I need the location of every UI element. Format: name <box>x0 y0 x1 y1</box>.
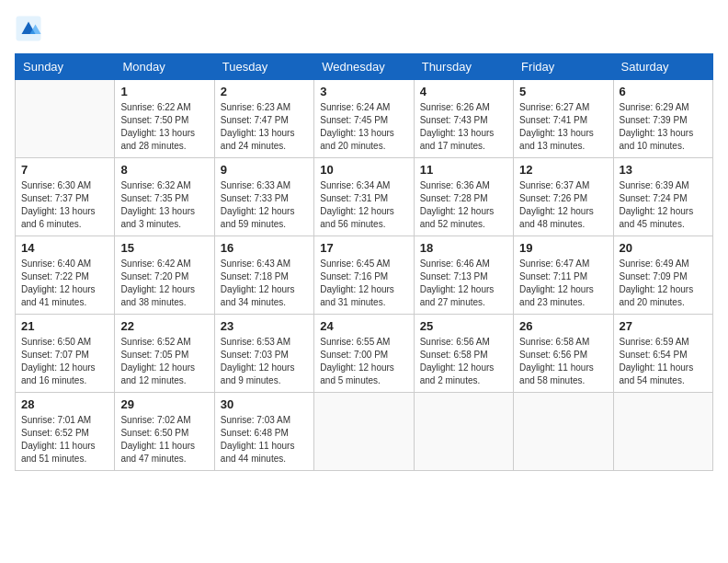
calendar-day-cell: 4Sunrise: 6:26 AM Sunset: 7:43 PM Daylig… <box>414 80 513 158</box>
calendar-day-cell: 2Sunrise: 6:23 AM Sunset: 7:47 PM Daylig… <box>214 80 313 158</box>
day-number: 8 <box>120 163 208 177</box>
day-number: 26 <box>519 319 607 333</box>
day-number: 21 <box>21 319 108 333</box>
day-number: 16 <box>221 241 308 255</box>
day-number: 14 <box>21 241 108 255</box>
day-info: Sunrise: 6:45 AM Sunset: 7:16 PM Dayligh… <box>320 258 407 309</box>
day-number: 19 <box>519 241 607 255</box>
day-of-week-header: Tuesday <box>214 54 313 80</box>
calendar-day-cell: 22Sunrise: 6:52 AM Sunset: 7:05 PM Dayli… <box>115 315 214 393</box>
day-info: Sunrise: 6:50 AM Sunset: 7:07 PM Dayligh… <box>21 336 108 387</box>
day-info: Sunrise: 6:49 AM Sunset: 7:09 PM Dayligh… <box>620 258 707 309</box>
day-number: 30 <box>221 397 308 411</box>
calendar-day-cell: 6Sunrise: 6:29 AM Sunset: 7:39 PM Daylig… <box>613 80 712 158</box>
page-header <box>15 15 713 42</box>
day-info: Sunrise: 6:39 AM Sunset: 7:24 PM Dayligh… <box>620 179 707 231</box>
calendar-week-row: 21Sunrise: 6:50 AM Sunset: 7:07 PM Dayli… <box>16 315 713 393</box>
day-info: Sunrise: 6:46 AM Sunset: 7:13 PM Dayligh… <box>420 258 507 309</box>
day-number: 4 <box>420 85 507 98</box>
day-info: Sunrise: 6:34 AM Sunset: 7:31 PM Dayligh… <box>320 179 407 231</box>
day-number: 23 <box>221 319 308 333</box>
day-number: 10 <box>320 163 407 177</box>
day-info: Sunrise: 6:26 AM Sunset: 7:43 PM Dayligh… <box>420 101 507 153</box>
calendar-day-cell: 11Sunrise: 6:36 AM Sunset: 7:28 PM Dayli… <box>414 158 513 236</box>
day-info: Sunrise: 6:32 AM Sunset: 7:35 PM Dayligh… <box>120 179 208 231</box>
calendar-week-row: 14Sunrise: 6:40 AM Sunset: 7:22 PM Dayli… <box>16 236 713 315</box>
calendar-day-cell: 16Sunrise: 6:43 AM Sunset: 7:18 PM Dayli… <box>214 236 313 315</box>
day-info: Sunrise: 6:47 AM Sunset: 7:11 PM Dayligh… <box>519 258 607 309</box>
day-number: 7 <box>21 163 108 177</box>
day-number: 18 <box>420 241 507 255</box>
calendar-day-cell: 17Sunrise: 6:45 AM Sunset: 7:16 PM Dayli… <box>314 236 414 315</box>
day-info: Sunrise: 6:22 AM Sunset: 7:50 PM Dayligh… <box>120 101 208 153</box>
calendar-day-cell: 19Sunrise: 6:47 AM Sunset: 7:11 PM Dayli… <box>514 236 613 315</box>
day-info: Sunrise: 6:43 AM Sunset: 7:18 PM Dayligh… <box>221 258 308 309</box>
day-info: Sunrise: 6:33 AM Sunset: 7:33 PM Dayligh… <box>221 179 308 231</box>
calendar-day-cell: 8Sunrise: 6:32 AM Sunset: 7:35 PM Daylig… <box>115 158 214 236</box>
day-info: Sunrise: 6:30 AM Sunset: 7:37 PM Dayligh… <box>21 179 108 231</box>
day-info: Sunrise: 6:55 AM Sunset: 7:00 PM Dayligh… <box>320 336 407 387</box>
day-of-week-header: Friday <box>514 54 613 80</box>
calendar-day-cell: 15Sunrise: 6:42 AM Sunset: 7:20 PM Dayli… <box>115 236 214 315</box>
calendar-day-cell: 21Sunrise: 6:50 AM Sunset: 7:07 PM Dayli… <box>16 315 115 393</box>
calendar-day-cell: 23Sunrise: 6:53 AM Sunset: 7:03 PM Dayli… <box>214 315 313 393</box>
calendar-day-cell <box>16 80 115 158</box>
day-number: 15 <box>120 241 208 255</box>
calendar-week-row: 1Sunrise: 6:22 AM Sunset: 7:50 PM Daylig… <box>16 80 713 158</box>
calendar-day-cell <box>314 393 414 471</box>
calendar-day-cell: 3Sunrise: 6:24 AM Sunset: 7:45 PM Daylig… <box>314 80 414 158</box>
day-info: Sunrise: 6:53 AM Sunset: 7:03 PM Dayligh… <box>221 336 308 387</box>
calendar-day-cell: 10Sunrise: 6:34 AM Sunset: 7:31 PM Dayli… <box>314 158 414 236</box>
day-info: Sunrise: 7:03 AM Sunset: 6:48 PM Dayligh… <box>221 414 308 465</box>
day-number: 17 <box>320 241 407 255</box>
day-of-week-header: Saturday <box>613 54 712 80</box>
day-number: 24 <box>320 319 407 333</box>
day-of-week-header: Wednesday <box>314 54 414 80</box>
day-number: 27 <box>620 319 707 333</box>
calendar-day-cell: 27Sunrise: 6:59 AM Sunset: 6:54 PM Dayli… <box>613 315 712 393</box>
calendar-day-cell: 28Sunrise: 7:01 AM Sunset: 6:52 PM Dayli… <box>16 393 115 471</box>
calendar-day-cell: 9Sunrise: 6:33 AM Sunset: 7:33 PM Daylig… <box>214 158 313 236</box>
day-number: 25 <box>420 319 507 333</box>
day-number: 13 <box>620 163 707 177</box>
day-info: Sunrise: 6:52 AM Sunset: 7:05 PM Dayligh… <box>120 336 208 387</box>
day-info: Sunrise: 7:01 AM Sunset: 6:52 PM Dayligh… <box>21 414 108 465</box>
calendar-header-row: SundayMondayTuesdayWednesdayThursdayFrid… <box>16 54 713 80</box>
calendar-day-cell: 20Sunrise: 6:49 AM Sunset: 7:09 PM Dayli… <box>613 236 712 315</box>
day-number: 22 <box>120 319 208 333</box>
calendar-day-cell <box>414 393 513 471</box>
day-info: Sunrise: 6:24 AM Sunset: 7:45 PM Dayligh… <box>320 101 407 153</box>
day-number: 2 <box>221 85 308 98</box>
day-number: 5 <box>519 85 607 98</box>
day-of-week-header: Monday <box>115 54 214 80</box>
day-info: Sunrise: 6:59 AM Sunset: 6:54 PM Dayligh… <box>620 336 707 387</box>
calendar-day-cell: 24Sunrise: 6:55 AM Sunset: 7:00 PM Dayli… <box>314 315 414 393</box>
day-info: Sunrise: 6:27 AM Sunset: 7:41 PM Dayligh… <box>519 101 607 153</box>
logo-icon <box>15 15 42 42</box>
day-number: 29 <box>120 397 208 411</box>
calendar-day-cell: 18Sunrise: 6:46 AM Sunset: 7:13 PM Dayli… <box>414 236 513 315</box>
calendar-day-cell <box>514 393 613 471</box>
day-of-week-header: Sunday <box>16 54 115 80</box>
calendar-day-cell: 7Sunrise: 6:30 AM Sunset: 7:37 PM Daylig… <box>16 158 115 236</box>
calendar-day-cell: 1Sunrise: 6:22 AM Sunset: 7:50 PM Daylig… <box>115 80 214 158</box>
calendar-day-cell <box>613 393 712 471</box>
day-info: Sunrise: 6:23 AM Sunset: 7:47 PM Dayligh… <box>221 101 308 153</box>
calendar-day-cell: 5Sunrise: 6:27 AM Sunset: 7:41 PM Daylig… <box>514 80 613 158</box>
day-number: 3 <box>320 85 407 98</box>
day-info: Sunrise: 6:56 AM Sunset: 6:58 PM Dayligh… <box>420 336 507 387</box>
calendar-day-cell: 25Sunrise: 6:56 AM Sunset: 6:58 PM Dayli… <box>414 315 513 393</box>
day-number: 12 <box>519 163 607 177</box>
day-number: 28 <box>21 397 108 411</box>
logo <box>15 15 46 42</box>
day-info: Sunrise: 7:02 AM Sunset: 6:50 PM Dayligh… <box>120 414 208 465</box>
day-info: Sunrise: 6:29 AM Sunset: 7:39 PM Dayligh… <box>620 101 707 153</box>
day-number: 11 <box>420 163 507 177</box>
calendar-day-cell: 30Sunrise: 7:03 AM Sunset: 6:48 PM Dayli… <box>214 393 313 471</box>
day-of-week-header: Thursday <box>414 54 513 80</box>
day-number: 6 <box>620 85 707 98</box>
day-number: 9 <box>221 163 308 177</box>
calendar-day-cell: 14Sunrise: 6:40 AM Sunset: 7:22 PM Dayli… <box>16 236 115 315</box>
calendar-table: SundayMondayTuesdayWednesdayThursdayFrid… <box>15 53 713 471</box>
calendar-day-cell: 29Sunrise: 7:02 AM Sunset: 6:50 PM Dayli… <box>115 393 214 471</box>
